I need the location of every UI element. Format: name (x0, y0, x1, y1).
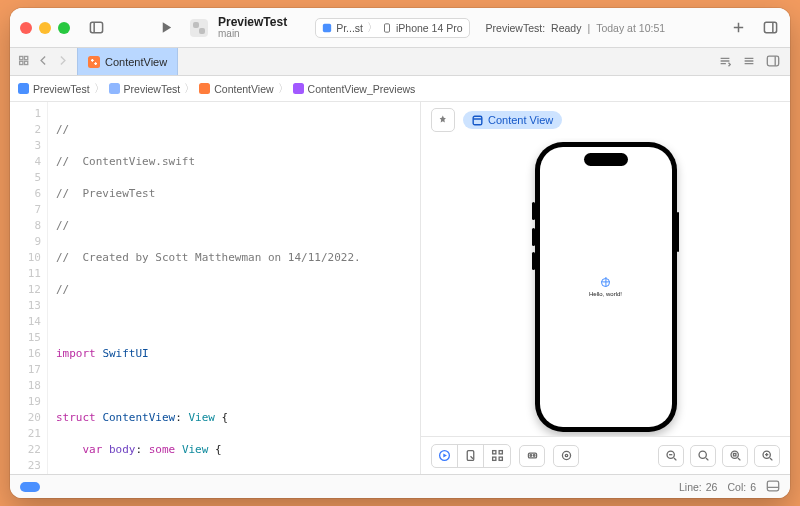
svg-point-26 (530, 455, 532, 457)
device-screen: Hello, world! (540, 147, 672, 427)
nav-forward-button[interactable] (56, 54, 69, 69)
bc-file: ContentView (214, 83, 273, 95)
preview-target-label: Content View (488, 114, 553, 126)
zoom-out-button[interactable] (658, 445, 684, 467)
cursor-line: 26 (706, 481, 718, 493)
zoom-actual-button[interactable] (722, 445, 748, 467)
status-bar: Line: 26 Col: 6 (10, 474, 790, 498)
svg-rect-9 (20, 61, 23, 64)
preview-mode-group (431, 444, 511, 468)
status-product: PreviewTest: (486, 22, 546, 34)
svg-rect-24 (499, 457, 502, 460)
bc-symbol: ContentView_Previews (308, 83, 416, 95)
scheme-selector[interactable]: PreviewTest main (218, 16, 287, 39)
svg-rect-42 (767, 481, 778, 491)
line-gutter: 1234567 891011121314 15161718192021 2223… (10, 102, 48, 474)
preview-toolbar (421, 436, 790, 474)
toggle-navigator-button[interactable] (86, 18, 106, 38)
svg-point-33 (699, 451, 706, 458)
toggle-debug-area-button[interactable] (766, 479, 780, 495)
svg-rect-8 (20, 56, 23, 59)
status-separator: | (587, 22, 590, 34)
activity-status: PreviewTest: Ready | Today at 10:51 (480, 22, 718, 34)
svg-rect-11 (25, 61, 28, 64)
app-icon (190, 19, 208, 37)
bc-folder: PreviewTest (124, 83, 181, 95)
svg-point-35 (731, 451, 738, 458)
zoom-window-button[interactable] (58, 22, 70, 34)
device-settings-button[interactable] (519, 445, 545, 467)
cursor-col-label: Col: (727, 481, 746, 493)
svg-rect-3 (385, 23, 390, 31)
adjust-editor-button[interactable] (718, 54, 732, 70)
scheme-short: Pr...st (336, 22, 363, 34)
zoom-fit-button[interactable] (690, 445, 716, 467)
bc-project: PreviewTest (33, 83, 90, 95)
add-button[interactable] (728, 18, 748, 38)
chevron-right-icon: 〉 (184, 82, 195, 96)
library-button[interactable] (760, 18, 780, 38)
svg-rect-37 (733, 453, 735, 455)
code-area[interactable]: // // ContentView.swift // PreviewTest /… (48, 102, 420, 474)
status-state: Ready (551, 22, 581, 34)
plus-icon (731, 20, 746, 35)
branch-name: main (218, 29, 287, 40)
main-content: 1234567 891011121314 15161718192021 2223… (10, 102, 790, 474)
svg-rect-17 (473, 116, 482, 125)
symbol-icon (293, 83, 304, 94)
tab-title: ContentView (105, 56, 167, 68)
related-items-button[interactable] (18, 54, 31, 69)
variants-preview-button[interactable] (484, 445, 510, 467)
tab-contentview[interactable]: ContentView (77, 48, 178, 75)
code-editor[interactable]: 1234567 891011121314 15161718192021 2223… (10, 102, 420, 474)
live-preview-button[interactable] (432, 445, 458, 467)
editor-options-button[interactable] (742, 54, 756, 70)
run-button[interactable] (156, 18, 176, 38)
svg-rect-23 (492, 457, 495, 460)
minimize-window-button[interactable] (39, 22, 51, 34)
project-icon (18, 83, 29, 94)
xcode-window: PreviewTest main Pr...st 〉 iPhone 14 Pro… (10, 8, 790, 498)
app-target-icon (322, 23, 332, 33)
svg-rect-0 (90, 22, 102, 32)
cursor-col: 6 (750, 481, 756, 493)
hello-world-label: Hello, world! (589, 291, 622, 297)
dynamic-island (584, 153, 628, 166)
chevron-right-icon: 〉 (278, 82, 289, 96)
preview-on-device-button[interactable] (553, 445, 579, 467)
svg-point-29 (565, 454, 567, 456)
chevron-right-icon: 〉 (94, 82, 105, 96)
svg-rect-21 (492, 451, 495, 454)
layout-icon (472, 115, 483, 126)
svg-rect-22 (499, 451, 502, 454)
svg-point-27 (533, 455, 535, 457)
preview-header: Content View (421, 102, 790, 138)
preview-canvas[interactable]: Hello, world! (421, 138, 790, 436)
cursor-line-label: Line: (679, 481, 702, 493)
swift-file-icon (199, 83, 210, 94)
globe-icon (601, 278, 610, 287)
svg-line-34 (705, 458, 707, 460)
jump-bar[interactable]: PreviewTest 〉 PreviewTest 〉 ContentView … (10, 76, 790, 102)
selectable-preview-button[interactable] (458, 445, 484, 467)
svg-rect-10 (25, 56, 28, 59)
nav-back-button[interactable] (37, 54, 50, 69)
preview-target-pill[interactable]: Content View (463, 111, 562, 129)
destination-picker[interactable]: Pr...st 〉 iPhone 14 Pro (315, 18, 469, 38)
debug-area-indicator[interactable] (20, 482, 40, 492)
svg-rect-6 (764, 22, 776, 32)
iphone-icon (382, 23, 392, 33)
svg-line-36 (737, 458, 739, 460)
close-window-button[interactable] (20, 22, 32, 34)
svg-point-28 (562, 451, 570, 459)
zoom-in-button[interactable] (754, 445, 780, 467)
toolbar: PreviewTest main Pr...st 〉 iPhone 14 Pro… (10, 8, 790, 48)
pin-preview-button[interactable] (431, 108, 455, 132)
folder-icon (109, 83, 120, 94)
pin-icon (437, 114, 449, 126)
scheme-name: PreviewTest (218, 16, 287, 29)
zoom-controls (658, 445, 780, 467)
toggle-inspector-button[interactable] (766, 54, 780, 70)
svg-rect-15 (767, 56, 778, 66)
library-icon (763, 20, 778, 35)
